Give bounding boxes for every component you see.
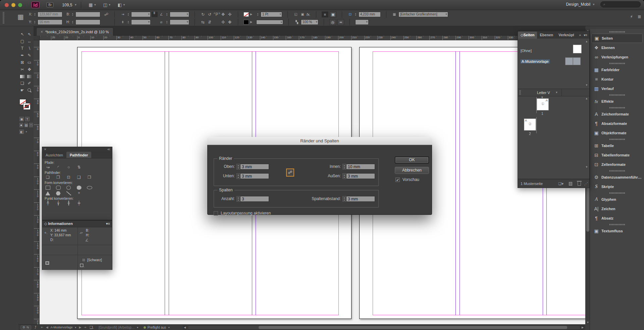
height-field[interactable]	[75, 19, 100, 25]
next-page-icon[interactable]: ▶	[79, 326, 82, 329]
gap-tool-icon[interactable]: ↔	[26, 38, 33, 45]
innen-field[interactable]: 10 mm	[346, 164, 375, 170]
resize-grip-icon[interactable]: ⋰	[584, 182, 588, 186]
scroll-up-icon[interactable]: ▲	[585, 97, 589, 100]
stroke-weight-field[interactable]: 1 Pt	[261, 12, 282, 17]
convert-corner-point-icon[interactable]: ╁	[55, 201, 61, 206]
wrap-none-button[interactable]: ≡	[322, 11, 328, 17]
align-icon[interactable]: ✤	[227, 20, 232, 25]
gradient-feather-tool-icon[interactable]	[27, 75, 32, 78]
scale-x-stepper[interactable]: ▲▼	[127, 12, 130, 17]
swatch-arrow-icon[interactable]: ▶	[250, 20, 252, 23]
scissors-tool-icon[interactable]: ✂	[19, 66, 26, 73]
tab-ebenen[interactable]: Ebenen	[537, 32, 556, 39]
formatting-affects-container-button[interactable]: ▣	[19, 117, 24, 121]
scale-y-stepper[interactable]: ▲▼	[127, 19, 130, 25]
formatting-affects-text-button[interactable]: T	[25, 117, 30, 121]
ok-button[interactable]: OK	[395, 156, 429, 163]
new-page-icon[interactable]	[569, 182, 572, 186]
convert-plain-point-icon[interactable]: ╀	[45, 201, 51, 206]
rotation-field[interactable]	[170, 12, 189, 17]
panel-menu-icon[interactable]: ≣	[638, 14, 641, 19]
wrap-bounding-box-button[interactable]: ▣	[330, 11, 336, 17]
effects-swatch-icon[interactable]: ▣	[300, 12, 305, 16]
reverse-path-icon[interactable]: ⇅	[76, 165, 82, 170]
spaltenabstand-stepper[interactable]: ▲▼	[342, 196, 346, 202]
screen-mode-button[interactable]: ◫ ▼	[103, 2, 111, 7]
width-field[interactable]	[75, 12, 100, 17]
innen-stepper[interactable]: ▲▼	[342, 164, 346, 170]
shear-field[interactable]	[170, 19, 189, 25]
horizontal-scrollbar[interactable]	[188, 325, 580, 330]
page-menu-icon[interactable]: ❏.	[90, 325, 94, 330]
dock-item-tabellenformate[interactable]: ⊟Tabellenformate	[591, 150, 643, 160]
rectangle-tool-icon[interactable]: ▭	[26, 59, 33, 66]
workspace-switcher[interactable]: Design_Mobil ▼	[566, 2, 595, 7]
panel-group-handle[interactable]	[590, 138, 644, 141]
convert-polygon-icon[interactable]	[76, 185, 82, 190]
tab-pathfinder[interactable]: Pathfinder	[66, 152, 91, 158]
dock-item-textumfluss[interactable]: ▣Textumfluss	[591, 226, 643, 236]
window-arrange-button[interactable]: ◧ ▼	[118, 2, 125, 7]
edit-page-size-icon[interactable]: ❏▾	[558, 182, 564, 186]
dock-item-verlauf[interactable]: ▥Verlauf	[591, 84, 643, 93]
panel-menu-icon[interactable]: ▾≡	[106, 222, 110, 226]
scale-x-field[interactable]	[131, 12, 151, 17]
minimize-window-button[interactable]	[11, 3, 15, 7]
unten-stepper[interactable]: ▲▼	[236, 173, 240, 179]
unten-field[interactable]: 3 mm	[240, 173, 269, 179]
dock-item-seiten[interactable]: ▣Seiten	[591, 34, 643, 43]
x-stepper[interactable]: ▲▼	[33, 12, 36, 17]
close-window-button[interactable]	[5, 3, 9, 7]
pathfinder-intersect-icon[interactable]: ⊡	[66, 175, 71, 180]
constrain-proportions-icon[interactable]: ☍	[104, 12, 109, 17]
view-options-button[interactable]: ▦ ▼	[89, 2, 96, 7]
convert-rounded-rectangle-icon[interactable]	[55, 185, 61, 190]
zoom-level-dropdown[interactable]: 109,5 ▼	[62, 3, 77, 7]
distribute-icon[interactable]: ✣	[220, 20, 226, 25]
close-tab-icon[interactable]: ×	[41, 30, 43, 34]
select-container-icon[interactable]: ✥	[220, 12, 226, 17]
vorschau-checkbox[interactable]: ✓	[395, 178, 400, 182]
y-stepper[interactable]: ▲▼	[33, 19, 36, 25]
oben-stepper[interactable]: ▲▼	[236, 164, 240, 170]
convert-rectangle-icon[interactable]	[45, 185, 51, 190]
tab-verknuepfungen[interactable]: Verknüpfungen	[556, 32, 574, 39]
convert-ellipse-icon[interactable]	[87, 185, 92, 190]
x-field[interactable]: 123,667 mm	[38, 12, 62, 17]
dock-item-zellenformate[interactable]: ⊡Zellenformate	[591, 160, 643, 169]
preflight-status-dropdown[interactable]: Preflight aus ▼	[144, 326, 170, 329]
opacity-field[interactable]: 100 %	[301, 19, 318, 25]
swatch-arrow-icon[interactable]: ▶	[250, 13, 252, 16]
dock-item-absatz[interactable]: ¶Absatz	[591, 214, 643, 223]
collapse-panel-icon[interactable]: »	[579, 32, 581, 39]
scroll-left-icon[interactable]: ◀	[183, 325, 187, 330]
horizontal-ruler[interactable]: 2010010203040506070809010011012013014015…	[40, 36, 585, 40]
dock-item-zeichen[interactable]: A|Zeichen	[591, 204, 643, 214]
panel-group-handle[interactable]	[590, 223, 644, 226]
panel-group-handle[interactable]	[590, 30, 644, 34]
shear-stepper[interactable]: ▲▼	[165, 19, 168, 25]
pathfinder-subtract-icon[interactable]: ❐	[55, 175, 61, 180]
open-path-icon[interactable]: ◜	[55, 165, 61, 170]
reference-point-proxy[interactable]: ▦	[17, 13, 24, 21]
dock-item-glyphen[interactable]: AGlyphen	[591, 195, 643, 204]
y-field[interactable]: 16 mm	[38, 19, 62, 25]
dock-item-farbfelder[interactable]: ▦Farbfelder	[591, 65, 643, 75]
pencil-tool-icon[interactable]: ✎	[26, 52, 33, 59]
tab-ausrichten[interactable]: Ausrichten	[42, 152, 66, 158]
corner-options-icon[interactable]: ◱	[293, 12, 299, 16]
scale-link-icon[interactable]: ∞	[152, 12, 158, 17]
panel-group-handle[interactable]	[590, 106, 644, 109]
dock-item-datenzusammenf-hr-[interactable]: ⚙Datenzusammenführ…	[591, 173, 643, 182]
fx-icon[interactable]: fx.	[307, 12, 311, 16]
direct-selection-tool-icon[interactable]: ⇖	[26, 31, 33, 38]
dock-item-ebenen[interactable]: ❖Ebenen	[591, 43, 643, 52]
master-a-thumbnail-right[interactable]	[573, 57, 581, 65]
selection-tool-icon[interactable]: ↖	[19, 31, 26, 38]
scroll-down-icon[interactable]: ▼	[585, 166, 589, 169]
pathfinder-minus-back-icon[interactable]: ❒	[87, 175, 92, 180]
anzahl-field[interactable]: 3	[240, 196, 269, 202]
apply-gradient-button[interactable]: ▨	[24, 123, 28, 127]
pathfinder-add-icon[interactable]: ❏	[45, 175, 51, 180]
